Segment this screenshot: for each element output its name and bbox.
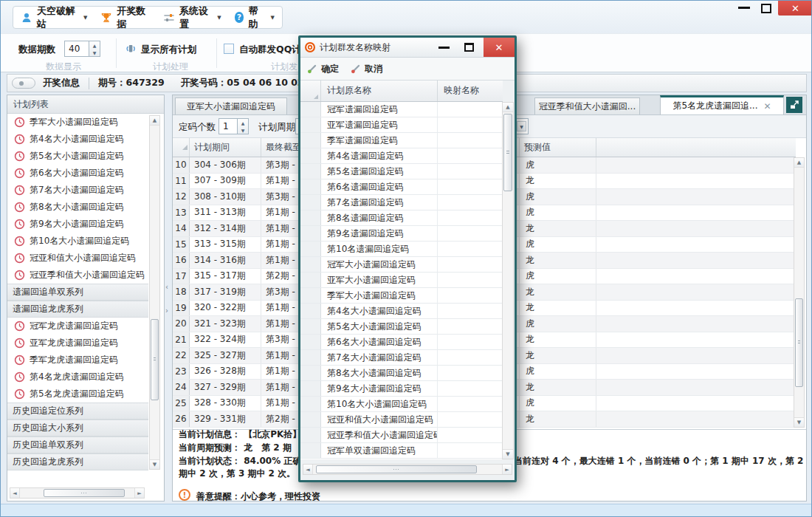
sidebar-item[interactable]: 第4名龙虎遗漏回追定码 [7, 369, 148, 386]
mapping-row[interactable]: 亚军遗漏回追定码 [300, 117, 503, 133]
scroll-right-icon[interactable]: ► [134, 488, 144, 498]
scroll-up-icon[interactable]: ▲ [150, 116, 159, 126]
code-count-input[interactable] [219, 118, 238, 134]
mapped-name-cell[interactable] [438, 102, 503, 117]
row-selector-cell[interactable] [300, 226, 321, 241]
mapped-name-cell[interactable] [438, 428, 503, 442]
mapping-row[interactable]: 季军遗漏回追定码 [300, 133, 503, 148]
mapped-name-cell[interactable] [438, 133, 503, 148]
scroll-up-icon[interactable]: ▲ [794, 158, 804, 168]
row-selector-cell[interactable] [300, 273, 321, 287]
show-all-plans-button[interactable]: 显示所有计划 [141, 44, 196, 56]
row-selector-header[interactable] [300, 81, 321, 101]
dialog-maximize-button[interactable] [464, 43, 474, 52]
auto-qq-checkbox[interactable] [224, 44, 234, 54]
menu-draw-data[interactable]: 开奖数据 [100, 4, 150, 31]
collapse-pill-button[interactable] [12, 78, 35, 89]
mapping-row[interactable]: 亚军大小遗漏回追定码 [300, 273, 503, 288]
sidebar-item[interactable]: 历史回追单双系列 [7, 436, 148, 453]
mapped-name-cell[interactable] [438, 179, 503, 194]
mapping-row[interactable]: 冠军单双遗漏回追定码 [300, 443, 503, 459]
sidebar-item[interactable]: 第6名大小遗漏回追定码 [7, 165, 148, 182]
dialog-horizontal-scrollbar[interactable]: ◄ ► [303, 464, 512, 475]
scrollbar-thumb[interactable] [503, 114, 512, 191]
mapped-name-cell[interactable] [438, 412, 503, 427]
tab-runnerup-bigsmall[interactable]: 亚军大小遗漏回追定码 [175, 97, 287, 114]
scroll-left-icon[interactable]: ◄ [303, 465, 313, 474]
sidebar-item[interactable]: 遗漏回追龙虎系列 [7, 301, 148, 318]
sidebar-item[interactable]: 冠军龙虎遗漏回追定码 [7, 318, 148, 335]
scroll-down-icon[interactable]: ▼ [503, 449, 513, 459]
mapped-name-cell[interactable] [438, 288, 503, 303]
sidebar-item[interactable]: 第5名龙虎遗漏回追定码 [7, 386, 148, 403]
window-close-button[interactable]: ✕ [778, 1, 812, 16]
sidebar-item[interactable]: 第8名大小遗漏回追定码 [7, 199, 148, 216]
row-selector-cell[interactable] [300, 195, 321, 210]
mapping-row[interactable]: 第8名遗漏回追定码 [300, 210, 503, 226]
row-selector-cell[interactable] [300, 335, 321, 349]
mapping-row[interactable]: 第7名大小遗漏回追定码 [300, 350, 503, 366]
row-selector-cell[interactable] [300, 304, 321, 318]
scroll-down-icon[interactable]: ▼ [150, 459, 159, 469]
sidebar-item[interactable]: 第4名大小遗漏回追定码 [7, 131, 148, 148]
sidebar-item[interactable]: 历史回追大小系列 [7, 420, 148, 436]
maximize-panel-button[interactable] [786, 97, 802, 113]
mapping-row[interactable]: 第4名大小遗漏回追定码 [300, 304, 503, 319]
row-selector-cell[interactable] [300, 412, 321, 427]
sidebar-item[interactable]: 冠亚季和值大小遗漏回追定码 [7, 267, 148, 284]
row-selector-cell[interactable] [300, 319, 321, 334]
mapping-row[interactable]: 第5名遗漏回追定码 [300, 164, 503, 179]
mapped-name-cell[interactable] [438, 210, 503, 225]
dialog-close-button[interactable]: ✕ [484, 38, 515, 57]
row-selector-cell[interactable] [300, 242, 321, 256]
sidebar-vertical-scrollbar[interactable]: ▲ ▼ [149, 115, 160, 470]
spin-up-icon[interactable]: ▲ [89, 41, 100, 49]
mapping-row[interactable]: 第7名遗漏回追定码 [300, 195, 503, 210]
row-selector-header[interactable] [173, 138, 190, 157]
mapped-name-cell[interactable] [438, 319, 503, 334]
mapped-name-cell[interactable] [438, 443, 503, 458]
mapped-name-cell[interactable] [438, 117, 503, 132]
mapped-name-cell[interactable] [438, 242, 503, 256]
row-selector-cell[interactable] [300, 366, 321, 380]
mapping-row[interactable]: 冠军遗漏回追定码 [300, 102, 503, 117]
menu-site[interactable]: 天空破解站 ▼ [21, 4, 87, 31]
mapping-row[interactable]: 季军大小遗漏回追定码 [300, 288, 503, 304]
panel-splitter[interactable]: ‹ › [165, 95, 172, 501]
mapping-row[interactable]: 第9名遗漏回追定码 [300, 226, 503, 242]
mapped-name-cell[interactable] [438, 273, 503, 287]
scroll-down-icon[interactable]: ▼ [794, 417, 804, 427]
row-selector-cell[interactable] [300, 381, 321, 396]
dialog-vertical-scrollbar[interactable]: ▲ ▼ [502, 102, 514, 459]
ok-button[interactable]: 确定 [307, 63, 339, 75]
expand-right-icon[interactable]: › [165, 307, 168, 315]
row-selector-cell[interactable] [300, 117, 321, 132]
scroll-left-icon[interactable]: ◄ [10, 488, 20, 498]
mapped-name-cell[interactable] [438, 304, 503, 318]
menu-settings[interactable]: 系统设置 ▼ [163, 4, 221, 31]
row-selector-cell[interactable] [300, 443, 321, 458]
col-prediction-header[interactable]: 预测值 [520, 138, 596, 157]
dialog-minimize-button[interactable] [438, 47, 450, 49]
spin-down-icon[interactable]: ▼ [89, 49, 100, 56]
row-selector-cell[interactable] [300, 179, 321, 194]
row-selector-cell[interactable] [300, 288, 321, 303]
col-mapped-name-header[interactable]: 映射名称 [438, 81, 503, 101]
row-selector-cell[interactable] [300, 428, 321, 442]
sidebar-item[interactable]: 第5名大小遗漏回追定码 [7, 148, 148, 165]
row-selector-cell[interactable] [300, 210, 321, 225]
scrollbar-thumb[interactable] [795, 298, 803, 387]
table-vertical-scrollbar[interactable]: ▲ ▼ [794, 157, 805, 428]
row-selector-cell[interactable] [300, 397, 321, 411]
window-minimize-button[interactable] [738, 7, 750, 9]
mapped-name-cell[interactable] [438, 381, 503, 396]
tab-no5-dragon-tiger[interactable]: 第5名龙虎遗漏回追... ✕ [660, 95, 784, 114]
row-selector-cell[interactable] [300, 133, 321, 148]
mapping-row[interactable]: 第4名遗漏回追定码 [300, 148, 503, 164]
mapping-row[interactable]: 第10名遗漏回追定码 [300, 242, 503, 257]
row-selector-cell[interactable] [300, 350, 321, 365]
dialog-titlebar[interactable]: 计划群发名称映射 ✕ [300, 38, 515, 58]
sidebar-item[interactable]: 历史回追定位系列 [7, 403, 148, 420]
sidebar-item[interactable]: 历史回追龙虎系列 [7, 453, 148, 470]
row-selector-cell[interactable] [300, 257, 321, 272]
